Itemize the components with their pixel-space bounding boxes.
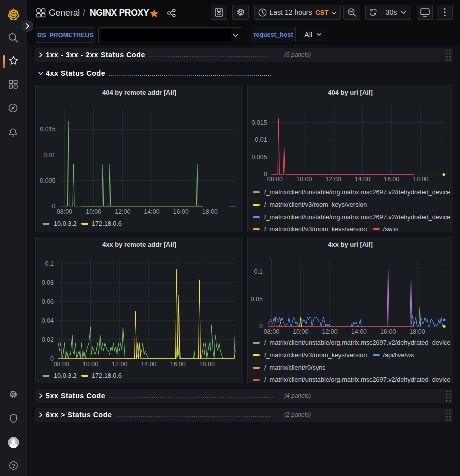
svg-text:?: ? (12, 463, 15, 469)
svg-text:/_matrix/client/unstable/org.m: /_matrix/client/unstable/org.matrix.msc2… (264, 189, 450, 196)
svg-text:0.01: 0.01 (255, 136, 267, 143)
svg-text:18:00: 18:00 (413, 176, 428, 183)
svg-text:0: 0 (264, 171, 267, 178)
svg-text:0.015: 0.015 (40, 126, 55, 133)
svg-text:172.18.0.6: 172.18.0.6 (92, 372, 122, 379)
svg-text:10:00: 10:00 (296, 176, 312, 183)
svg-text:0: 0 (259, 323, 263, 330)
svg-text:0: 0 (52, 203, 56, 210)
svg-text:0.1: 0.1 (254, 268, 263, 275)
svg-text:08:00: 08:00 (57, 208, 72, 215)
svg-text:0.02: 0.02 (42, 336, 54, 343)
svg-text:/sw.js: /sw.js (383, 226, 398, 231)
svg-text:/_matrix/client/unstable/org.m: /_matrix/client/unstable/org.matrix.msc2… (264, 339, 450, 346)
svg-text:10.0.3.2: 10.0.3.2 (54, 220, 77, 227)
svg-text:0.01: 0.01 (43, 152, 55, 159)
svg-text:08:00: 08:00 (54, 361, 69, 368)
svg-text:10:00: 10:00 (86, 208, 101, 215)
svg-text:10.0.3.2: 10.0.3.2 (54, 372, 77, 379)
svg-text:/_matrix/client/v3/room_keys/v: /_matrix/client/v3/room_keys/version (264, 226, 367, 231)
svg-text:08:00: 08:00 (267, 176, 283, 183)
svg-text:12:00: 12:00 (115, 208, 130, 215)
svg-text:14:00: 14:00 (355, 176, 370, 183)
svg-text:0.06: 0.06 (42, 298, 54, 305)
svg-text:16:00: 16:00 (173, 208, 189, 215)
svg-text:12:00: 12:00 (325, 176, 341, 183)
svg-text:/_matrix/client/v3/room_keys/v: /_matrix/client/v3/room_keys/version (264, 352, 367, 359)
svg-text:/api/live/ws: /api/live/ws (383, 352, 414, 359)
svg-text:16:00: 16:00 (384, 176, 399, 183)
svg-text:/_matrix/client/unstable/org.m: /_matrix/client/unstable/org.matrix.msc2… (264, 214, 450, 221)
svg-text:08:00: 08:00 (264, 328, 279, 335)
svg-text:14:00: 14:00 (144, 208, 159, 215)
svg-text:/_matrix/client/r0/sync: /_matrix/client/r0/sync (264, 364, 326, 371)
svg-text:0.005: 0.005 (40, 177, 55, 184)
svg-text:10:00: 10:00 (83, 361, 98, 368)
svg-text:0.005: 0.005 (251, 154, 267, 161)
svg-text:0.04: 0.04 (42, 317, 54, 324)
svg-text:18:00: 18:00 (199, 361, 215, 368)
svg-text:0.1: 0.1 (45, 260, 54, 267)
svg-text:16:00: 16:00 (170, 361, 185, 368)
svg-text:/_matrix/client/unstable/org.m: /_matrix/client/unstable/org.matrix.msc2… (264, 376, 450, 383)
svg-text:12:00: 12:00 (322, 328, 337, 335)
svg-text:18:00: 18:00 (202, 208, 218, 215)
svg-text:12:00: 12:00 (112, 361, 127, 368)
svg-text:0.08: 0.08 (42, 279, 54, 286)
svg-text:172.18.0.6: 172.18.0.6 (92, 220, 122, 227)
svg-text:16:00: 16:00 (380, 328, 396, 335)
svg-text:0.05: 0.05 (251, 296, 263, 303)
svg-text:/_matrix/client/v3/room_keys/v: /_matrix/client/v3/room_keys/version (264, 201, 367, 208)
svg-text:18:00: 18:00 (409, 328, 425, 335)
svg-text:0.015: 0.015 (251, 119, 267, 126)
svg-text:10:00: 10:00 (293, 328, 308, 335)
svg-text:14:00: 14:00 (141, 361, 156, 368)
svg-text:14:00: 14:00 (351, 328, 367, 335)
